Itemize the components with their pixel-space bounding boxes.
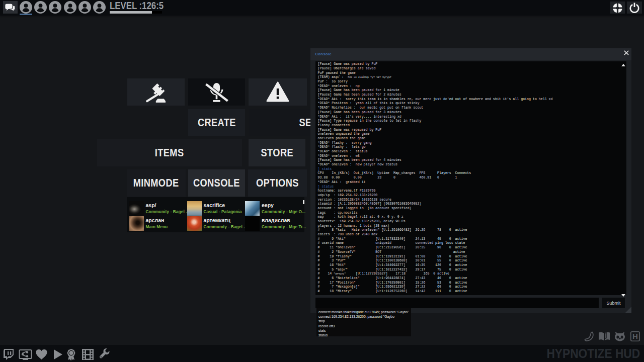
- svg-text:H: H: [632, 332, 638, 340]
